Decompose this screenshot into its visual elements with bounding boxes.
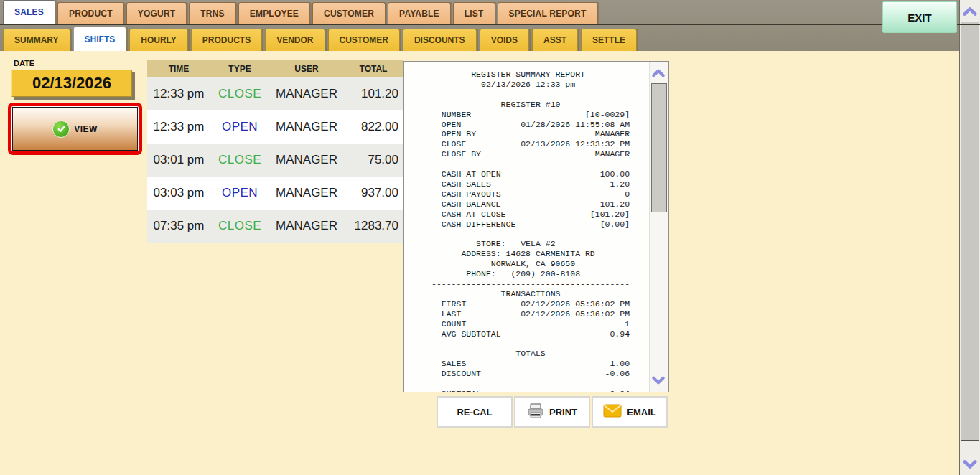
shift-type: CLOSE (210, 87, 269, 101)
menu-tab-row: SALESPRODUCTYOGURTTRNSEMPLOYEECUSTOMERPA… (3, 2, 598, 24)
date-button[interactable]: 02/13/2026 (11, 70, 132, 97)
recal-button-label: RE-CAL (457, 407, 492, 418)
window-scroll-down-icon[interactable] (962, 458, 978, 471)
window-scroll-up-icon[interactable] (962, 5, 978, 18)
report-tab-products[interactable]: PRODUCTS (191, 29, 262, 51)
view-button[interactable]: VIEW (8, 103, 142, 155)
exit-button[interactable]: EXIT (882, 1, 957, 33)
receipt-panel: REGISTER SUMMARY REPORT 02/13/2026 12:33… (403, 61, 669, 392)
shift-time: 12:33 pm (147, 120, 210, 134)
menu-tab-customer[interactable]: CUSTOMER (312, 2, 386, 24)
menu-tab-special-report[interactable]: SPECIAL REPORT (498, 2, 598, 24)
report-tab-vendor[interactable]: VENDOR (265, 29, 325, 51)
printer-icon (527, 403, 544, 421)
receipt-text: REGISTER SUMMARY REPORT 02/13/2026 12:33… (404, 62, 650, 392)
menu-tab-list[interactable]: LIST (453, 2, 495, 24)
shift-time: 03:03 pm (147, 186, 210, 200)
report-tab-settle[interactable]: SETTLE (581, 29, 637, 51)
menu-tab-employee[interactable]: EMPLOYEE (238, 2, 310, 24)
menu-tab-trns[interactable]: TRNS (189, 2, 235, 24)
date-value: 02/13/2026 (32, 74, 111, 93)
shift-row[interactable]: 03:01 pmCLOSEMANAGER75.00 (147, 144, 403, 177)
column-header-type: TYPE (210, 64, 269, 74)
window-scrollbar-thumb[interactable] (961, 22, 979, 441)
header-divider (0, 24, 980, 25)
receipt-scroll-up-icon[interactable] (651, 67, 666, 79)
menu-tab-payable[interactable]: PAYABLE (388, 2, 451, 24)
report-tab-shifts[interactable]: SHIFTS (73, 27, 127, 51)
shift-type: CLOSE (210, 219, 269, 233)
view-button-face: VIEW (12, 107, 138, 151)
date-label: DATE (14, 59, 34, 67)
receipt-scroll-down-icon[interactable] (651, 375, 666, 386)
email-button-label: EMAIL (627, 407, 655, 418)
print-button-label: PRINT (549, 407, 577, 418)
shift-type: OPEN (210, 186, 269, 200)
email-button[interactable]: EMAIL (592, 396, 668, 428)
shift-total: 822.00 (344, 120, 403, 134)
shifts-table: TIME TYPE USER TOTAL 12:33 pmCLOSEMANAGE… (147, 60, 403, 243)
shift-type: CLOSE (210, 153, 269, 167)
shift-total: 1283.70 (344, 219, 403, 233)
report-tab-discounts[interactable]: DISCOUNTS (403, 29, 477, 51)
app-window: SALESPRODUCTYOGURTTRNSEMPLOYEECUSTOMERPA… (0, 0, 980, 475)
shift-user: MANAGER (269, 87, 344, 101)
shift-total: 101.20 (344, 87, 403, 101)
shift-user: MANAGER (269, 153, 344, 167)
shift-time: 03:01 pm (147, 153, 210, 167)
content-area: DATE 02/13/2026 VIEW TIME TYPE USER TOTA… (0, 51, 960, 475)
shift-row[interactable]: 12:33 pmCLOSEMANAGER101.20 (147, 77, 403, 110)
shift-time: 07:35 pm (147, 219, 210, 233)
column-header-user: USER (269, 64, 344, 74)
shifts-table-body: 12:33 pmCLOSEMANAGER101.2012:33 pmOPENMA… (147, 77, 403, 243)
menu-tab-yogurt[interactable]: YOGURT (126, 2, 187, 24)
shifts-table-header: TIME TYPE USER TOTAL (147, 60, 403, 77)
menu-tab-sales[interactable]: SALES (3, 0, 55, 24)
shift-time: 12:33 pm (147, 87, 210, 101)
receipt-scrollbar-thumb[interactable] (651, 83, 667, 212)
column-header-total: TOTAL (344, 64, 403, 74)
report-tab-asst[interactable]: ASST (532, 29, 578, 51)
receipt-actions: RE-CAL PRINT (437, 396, 668, 428)
print-button[interactable]: PRINT (514, 396, 590, 428)
shift-user: MANAGER (269, 219, 344, 233)
report-tab-summary[interactable]: SUMMARY (3, 29, 70, 51)
column-header-time: TIME (147, 64, 210, 74)
check-icon (52, 121, 70, 138)
shift-user: MANAGER (269, 186, 344, 200)
view-button-label: VIEW (74, 124, 97, 134)
window-scrollbar[interactable] (959, 0, 980, 475)
shift-type: OPEN (210, 120, 269, 134)
receipt-scrollbar[interactable] (649, 62, 668, 392)
report-tab-voids[interactable]: VOIDS (480, 29, 529, 51)
menu-tab-product[interactable]: PRODUCT (57, 2, 124, 24)
email-icon (603, 404, 622, 420)
shift-total: 937.00 (344, 186, 403, 200)
shift-row[interactable]: 03:03 pmOPENMANAGER937.00 (147, 177, 403, 210)
shift-row[interactable]: 07:35 pmCLOSEMANAGER1283.70 (147, 210, 403, 243)
shift-row[interactable]: 12:33 pmOPENMANAGER822.00 (147, 110, 403, 144)
shift-user: MANAGER (269, 120, 344, 134)
recal-button[interactable]: RE-CAL (437, 396, 513, 428)
report-tab-hourly[interactable]: HOURLY (129, 29, 188, 51)
shift-total: 75.00 (344, 153, 403, 167)
header-bar: SALESPRODUCTYOGURTTRNSEMPLOYEECUSTOMERPA… (0, 0, 980, 51)
report-tab-customer[interactable]: CUSTOMER (328, 29, 400, 51)
report-tab-row: SUMMARYSHIFTSHOURLYPRODUCTSVENDORCUSTOME… (3, 28, 637, 51)
